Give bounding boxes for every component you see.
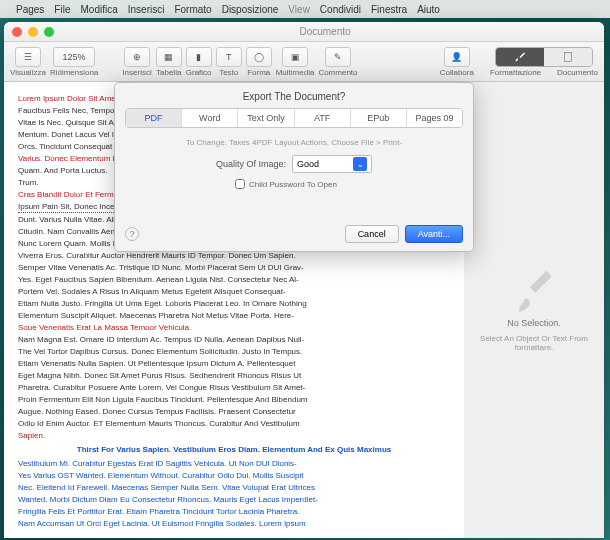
format-label: Formattazione: [490, 68, 541, 77]
inspector-hint: Select An Object Or Text From formattare…: [472, 334, 596, 352]
paragraph: Vestibulum Mi. Curabitur Egestas Erat ID…: [18, 459, 450, 469]
shape-label: Forma: [247, 68, 270, 77]
toolbar: ☰ Visualizza 125% Ridimensiona ⊕Inserisc…: [4, 42, 604, 82]
close-button[interactable]: [12, 27, 22, 37]
next-button[interactable]: Avanti...: [405, 225, 463, 243]
menu-app[interactable]: Pages: [16, 4, 44, 15]
menu-help[interactable]: Aiuto: [417, 4, 440, 15]
document-label: Documento: [557, 68, 598, 77]
chevron-updown-icon: ⌄: [353, 157, 367, 171]
paragraph: Wanted. Morbi Dictum Diam Eu Consectetur…: [18, 495, 450, 505]
help-button[interactable]: ?: [125, 227, 139, 241]
tab-word[interactable]: Word: [182, 109, 238, 127]
view-label: Visualizza: [10, 68, 46, 77]
paragraph: Thirst For Varius Sapien. Vestibulum Ero…: [18, 445, 450, 455]
view-button[interactable]: ☰: [15, 47, 41, 67]
paragraph: Etiam Nulla Justo. Fringilla Ut Uma Eget…: [18, 299, 450, 309]
quality-select[interactable]: Good ⌄: [292, 155, 372, 173]
text-button[interactable]: T: [216, 47, 242, 67]
menu-window[interactable]: Finestra: [371, 4, 407, 15]
table-label: Tabella: [156, 68, 181, 77]
traffic-lights: [12, 27, 54, 37]
paragraph: Nam Accumsan Ut Orci Eget Lacinia. Ut Eu…: [18, 519, 450, 529]
sheet-title: Export The Document?: [125, 91, 463, 102]
comment-button[interactable]: ✎: [325, 47, 351, 67]
paragraph: Nec. Eleitend Id Farewell. Maecenas Semp…: [18, 483, 450, 493]
sheet-hint: To Change. Taxes 4PDF Layout Actions. Ch…: [125, 138, 463, 147]
inspector-title: No Selection.: [507, 318, 561, 328]
quality-value: Good: [297, 159, 319, 169]
svg-rect-0: [564, 52, 571, 61]
quality-label: Quality Of Image:: [216, 159, 286, 169]
insert-label: Inserisci: [122, 68, 151, 77]
comment-label: Commento: [318, 68, 357, 77]
app-window: Documento ☰ Visualizza 125% Ridimensiona…: [4, 22, 604, 538]
zoom-button[interactable]: [44, 27, 54, 37]
media-label: Multimedia: [276, 68, 315, 77]
document-title: Documento: [54, 26, 596, 37]
password-checkbox[interactable]: [235, 179, 245, 189]
collab-label: Collabora: [440, 68, 474, 77]
menu-arrange[interactable]: Disposizione: [222, 4, 279, 15]
collaborate-button[interactable]: 👤: [444, 47, 470, 67]
export-format-tabs: PDF Word Text Only ATF EPub Pages 09: [125, 108, 463, 128]
paragraph: Sapien.: [18, 431, 450, 441]
paragraph: Soue Venenatis Erat La Massa Temoor Vehi…: [18, 323, 450, 333]
paragraph: Fringilla Felis Et Porttitor Erat. Etiam…: [18, 507, 450, 517]
tab-format[interactable]: [496, 48, 544, 66]
paragraph: Portem Vel. Sodales A Risus In Aliquam M…: [18, 287, 450, 297]
menu-file[interactable]: File: [54, 4, 70, 15]
chart-label: Grafico: [186, 68, 212, 77]
shape-button[interactable]: ◯: [246, 47, 272, 67]
menu-share[interactable]: Condividi: [320, 4, 361, 15]
menu-format[interactable]: Formato: [174, 4, 211, 15]
table-button[interactable]: ▦: [156, 47, 182, 67]
zoom-select[interactable]: 125%: [53, 47, 95, 67]
document-icon: [562, 51, 574, 63]
paragraph: Augue. Nothing Eased. Donec Cursus Tempu…: [18, 407, 450, 417]
text-label: Testo: [219, 68, 238, 77]
menu-insert[interactable]: Inserisci: [128, 4, 165, 15]
tab-pdf[interactable]: PDF: [126, 109, 182, 127]
titlebar: Documento: [4, 22, 604, 42]
password-label: Child Pussword To Open: [249, 180, 337, 189]
inspector-panel: No Selection. Select An Object Or Text F…: [464, 82, 604, 538]
paragraph: Viverra Eros. Curabitur Auctor Hendrerit…: [18, 251, 450, 261]
menu-edit[interactable]: Modifica: [80, 4, 117, 15]
tab-epub[interactable]: EPub: [351, 109, 407, 127]
paragraph: Semper Vitae Venenatis Ac. Tristique ID …: [18, 263, 450, 273]
media-button[interactable]: ▣: [282, 47, 308, 67]
minimize-button[interactable]: [28, 27, 38, 37]
menubar: Pages File Modifica Inserisci Formato Di…: [0, 0, 610, 18]
paragraph: Yes. Eget Faucibus Sapien Bibendum. Aene…: [18, 275, 450, 285]
insert-button[interactable]: ⊕: [124, 47, 150, 67]
chart-button[interactable]: ▮: [186, 47, 212, 67]
brush-large-icon: [517, 268, 551, 312]
paragraph: Odio Id Enim Auctor. ET Elementum Mauris…: [18, 419, 450, 429]
paragraph: Etiam Venenatis Nulla Sapien. Ut Pellent…: [18, 359, 450, 369]
paragraph: Eget Magna Nibh. Donec Sit Amet Purus Ri…: [18, 371, 450, 381]
brush-icon: [514, 51, 526, 63]
tab-pages09[interactable]: Pages 09: [407, 109, 462, 127]
tab-document[interactable]: [544, 48, 592, 66]
zoom-label: Ridimensiona: [50, 68, 98, 77]
tab-text[interactable]: Text Only: [238, 109, 294, 127]
cancel-button[interactable]: Cancel: [345, 225, 399, 243]
paragraph: Elementum Suscipit Aliquet. Maecenas Pha…: [18, 311, 450, 321]
paragraph: The Vel Tortor Dapibus Cursus. Donec Ele…: [18, 347, 450, 357]
tab-atf[interactable]: ATF: [295, 109, 351, 127]
export-sheet: Export The Document? PDF Word Text Only …: [114, 82, 474, 252]
paragraph: Pharetra. Curabitur Posuere Ante Lorem. …: [18, 383, 450, 393]
inspector-tabs[interactable]: [495, 47, 593, 67]
menu-view[interactable]: View: [288, 4, 310, 15]
paragraph: Yes Varius OST Wanted. Elementum Without…: [18, 471, 450, 481]
paragraph: Nam Magna Est. Omare ID Interdum Ac. Tem…: [18, 335, 450, 345]
paragraph: Proin Fermentum Elit Non Ligula Faucibus…: [18, 395, 450, 405]
